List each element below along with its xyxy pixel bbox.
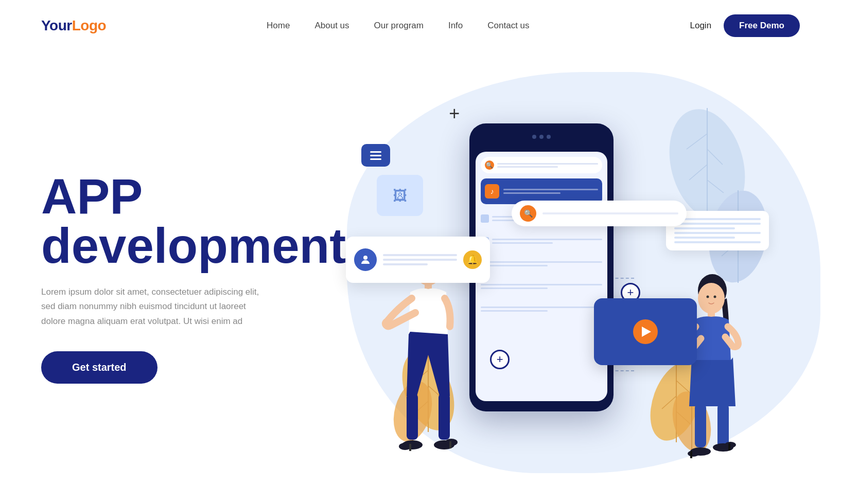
- free-demo-button[interactable]: Free Demo: [724, 14, 800, 37]
- svg-rect-52: [728, 443, 730, 451]
- play-button: [633, 319, 658, 344]
- search-button-icon: 🔍: [520, 205, 536, 222]
- float-search-bar: 🔍: [512, 201, 687, 226]
- hero-illustration: + 🖼 🔍: [346, 62, 800, 483]
- character-right: [666, 262, 759, 478]
- header-actions: Login Free Demo: [690, 14, 800, 37]
- svg-rect-31: [439, 393, 450, 440]
- float-image-card: 🖼: [377, 175, 423, 216]
- phone-search-icon: 🔍: [485, 160, 494, 170]
- logo-logo: Logo: [72, 17, 106, 33]
- float-video-card: [594, 298, 697, 365]
- music-icon: ♪: [485, 184, 499, 199]
- svg-point-41: [698, 283, 725, 314]
- menu-lines: [370, 151, 381, 160]
- hero-title: APP development: [41, 172, 346, 271]
- plus-icon-top: +: [449, 103, 460, 124]
- login-button[interactable]: Login: [690, 21, 712, 31]
- phone-dots: [532, 135, 551, 139]
- hero-description: Lorem ipsum dolor sit amet, consectetuer…: [41, 285, 262, 328]
- hero-left: APP development Lorem ipsum dolor sit am…: [41, 161, 346, 383]
- svg-point-11: [363, 256, 367, 260]
- nav-item-program[interactable]: Our program: [374, 21, 424, 31]
- hero-section: APP development Lorem ipsum dolor sit am…: [0, 51, 841, 483]
- bell-notification-icon: 🔔: [463, 250, 482, 269]
- float-menu-icon: [361, 144, 390, 167]
- float-profile-card: 🔔: [346, 237, 490, 283]
- header: YourLogo Home About us Our program Info …: [0, 0, 841, 51]
- main-nav: Home About us Our program Info Contact u…: [267, 21, 529, 31]
- nav-item-home[interactable]: Home: [267, 21, 290, 31]
- svg-rect-36: [409, 444, 411, 451]
- phone-device: 🔍 ♪: [469, 123, 614, 411]
- nav-item-contact[interactable]: Contact us: [487, 21, 529, 31]
- svg-rect-46: [717, 404, 729, 447]
- svg-rect-30: [407, 393, 418, 440]
- nav-item-about[interactable]: About us: [314, 21, 349, 31]
- svg-rect-37: [449, 441, 451, 448]
- svg-rect-49: [690, 451, 692, 458]
- plus-circle-bottom: +: [490, 350, 510, 369]
- image-icon: 🖼: [393, 187, 407, 204]
- get-started-button[interactable]: Get started: [41, 351, 157, 384]
- svg-point-42: [707, 296, 709, 298]
- play-triangle-icon: [642, 327, 651, 337]
- svg-rect-45: [695, 404, 706, 447]
- phone-search-bar: 🔍: [481, 157, 602, 173]
- profile-info: [383, 254, 457, 265]
- nav-item-info[interactable]: Info: [448, 21, 463, 31]
- logo-your: Your: [41, 17, 72, 33]
- logo: YourLogo: [41, 17, 106, 34]
- svg-point-43: [714, 296, 716, 298]
- svg-point-48: [688, 451, 699, 457]
- profile-avatar: [354, 248, 377, 271]
